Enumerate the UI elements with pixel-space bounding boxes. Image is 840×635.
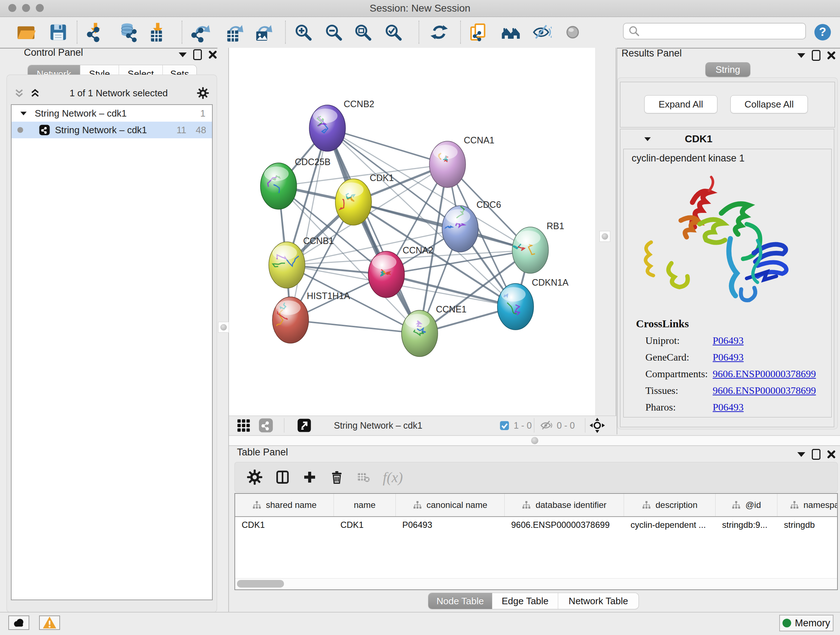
- scrollbar-thumb[interactable]: [237, 580, 284, 587]
- network-edge[interactable]: [291, 320, 420, 333]
- zoom-fit-button[interactable]: [353, 22, 373, 42]
- column-header[interactable]: name: [334, 494, 396, 516]
- delete-column-icon[interactable]: [329, 470, 344, 485]
- compartments-link[interactable]: 9606.ENSP00000378699: [713, 368, 816, 380]
- network-node[interactable]: CDK1: [335, 173, 394, 225]
- float-panel-icon[interactable]: [179, 52, 187, 57]
- edge-hidden-indicator[interactable]: 0 - 0: [540, 419, 575, 432]
- uniprot-link[interactable]: P06493: [713, 335, 744, 347]
- node-selection-indicator[interactable]: 1 - 0: [500, 419, 532, 432]
- table-options-gear-icon[interactable]: [247, 469, 263, 485]
- right-splitter[interactable]: [595, 48, 617, 434]
- network-collection-row[interactable]: String Network – cdk1 1: [11, 105, 212, 122]
- expand-all-button[interactable]: Expand All: [644, 95, 717, 113]
- genecard-link[interactable]: P06493: [713, 352, 744, 363]
- save-session-button[interactable]: [48, 22, 68, 42]
- network-node[interactable]: CDC25B: [261, 157, 331, 209]
- tab-node-table[interactable]: Node Table: [428, 593, 493, 609]
- column-header[interactable]: canonical name: [396, 494, 505, 516]
- first-neighbors-button[interactable]: [501, 22, 521, 42]
- float-panel-icon[interactable]: [797, 452, 805, 457]
- tab-edge-table[interactable]: Edge Table: [493, 593, 558, 609]
- close-panel-icon[interactable]: [208, 50, 217, 59]
- export-table-button[interactable]: [224, 22, 244, 42]
- import-database-button[interactable]: [118, 22, 139, 42]
- search-input[interactable]: [640, 26, 801, 37]
- network-view-button[interactable]: [259, 419, 273, 432]
- network-node[interactable]: HIST1H1A: [272, 291, 350, 343]
- cloud-status-button[interactable]: [8, 616, 29, 630]
- open-session-button[interactable]: [16, 22, 36, 42]
- zoom-out-button[interactable]: [324, 22, 344, 42]
- network-node[interactable]: CCNE1: [401, 304, 467, 356]
- import-network-icon: [85, 22, 106, 42]
- network-node[interactable]: CCNB1: [269, 236, 334, 288]
- control-panel-title: Control Panel: [24, 47, 83, 58]
- tab-network-table[interactable]: Network Table: [558, 593, 638, 609]
- node-table[interactable]: shared name name canonical name database…: [234, 493, 838, 590]
- hierarchy-icon: [790, 500, 799, 510]
- crosslink-row: Compartments: 9606.ENSP00000378699: [636, 368, 831, 380]
- network-node[interactable]: CDC6: [442, 200, 501, 252]
- network-options-gear-icon[interactable]: [197, 87, 209, 99]
- zoom-in-button[interactable]: [293, 22, 313, 42]
- network-node[interactable]: CDKN1A: [497, 277, 569, 330]
- zoom-selected-button[interactable]: [383, 22, 403, 42]
- maximize-panel-icon[interactable]: [812, 50, 821, 61]
- horizontal-splitter[interactable]: [229, 435, 840, 446]
- tree-expander-icon[interactable]: [20, 111, 27, 115]
- right-splitter-handle[interactable]: [600, 231, 610, 242]
- horizontal-splitter-handle[interactable]: [531, 437, 538, 444]
- column-header[interactable]: namespace: [777, 494, 838, 516]
- pharos-link[interactable]: P06493: [713, 402, 744, 413]
- table-horizontal-scrollbar[interactable]: [235, 578, 837, 589]
- network-canvas[interactable]: CCNB2 CCNA1 CDC25B CDK1 CDC6 RB1 CCNB1 C…: [229, 48, 595, 416]
- import-network-button[interactable]: [85, 22, 106, 42]
- column-header[interactable]: shared name: [235, 494, 334, 516]
- import-table-button[interactable]: [148, 22, 168, 42]
- apply-layout-button[interactable]: [429, 22, 449, 42]
- network-tree: String Network – cdk1 1 String Network –…: [11, 104, 213, 600]
- show-columns-icon[interactable]: [275, 470, 290, 485]
- hide-selected-button[interactable]: [532, 22, 552, 42]
- node-label: CCNA2: [403, 245, 433, 255]
- import-table-icon: [148, 22, 168, 42]
- export-network-button[interactable]: [191, 22, 211, 42]
- fit-content-button[interactable]: [589, 419, 605, 432]
- export-image-button[interactable]: [253, 22, 273, 42]
- eye-slash-icon: [532, 22, 552, 42]
- tissues-link[interactable]: 9606.ENSP00000378699: [713, 385, 816, 396]
- protein-card-header[interactable]: CDK1: [621, 129, 834, 149]
- maximize-panel-icon[interactable]: [193, 49, 202, 60]
- column-header[interactable]: database identifier: [505, 494, 624, 516]
- detach-view-button[interactable]: [297, 419, 311, 432]
- memory-button[interactable]: Memory: [779, 615, 834, 631]
- left-splitter[interactable]: [218, 48, 229, 612]
- network-graph[interactable]: CCNB2 CCNA1 CDC25B CDK1 CDC6 RB1 CCNB1 C…: [229, 48, 595, 416]
- help-button[interactable]: ?: [813, 22, 833, 42]
- float-panel-icon[interactable]: [797, 53, 805, 58]
- card-expander-icon[interactable]: [644, 137, 651, 141]
- warnings-button[interactable]: [39, 616, 60, 630]
- close-panel-icon[interactable]: [827, 51, 836, 60]
- clone-network-button[interactable]: [468, 22, 488, 42]
- column-header[interactable]: @id: [715, 494, 777, 516]
- collection-count: 1: [201, 108, 205, 119]
- grid-view-button[interactable]: [236, 419, 251, 432]
- collapse-all-button[interactable]: Collapse All: [730, 95, 808, 113]
- collapse-all-icon[interactable]: [14, 88, 25, 98]
- memory-label: Memory: [795, 618, 830, 629]
- network-edge[interactable]: [354, 202, 531, 250]
- network-row[interactable]: String Network – cdk1 11 48: [11, 122, 212, 138]
- network-node[interactable]: CCNB2: [309, 99, 374, 151]
- maximize-panel-icon[interactable]: [812, 449, 821, 460]
- column-header[interactable]: description: [624, 494, 715, 516]
- network-node[interactable]: RB1: [512, 221, 564, 273]
- add-column-icon[interactable]: [302, 470, 317, 485]
- table-row[interactable]: CDK1 CDK1 P06493 9606.ENSP00000378699 cy…: [235, 517, 837, 533]
- left-splitter-handle[interactable]: [218, 322, 229, 333]
- results-tab-string[interactable]: String: [706, 62, 750, 77]
- network-edge[interactable]: [327, 128, 447, 165]
- expand-all-icon[interactable]: [30, 88, 41, 98]
- close-panel-icon[interactable]: [827, 450, 836, 459]
